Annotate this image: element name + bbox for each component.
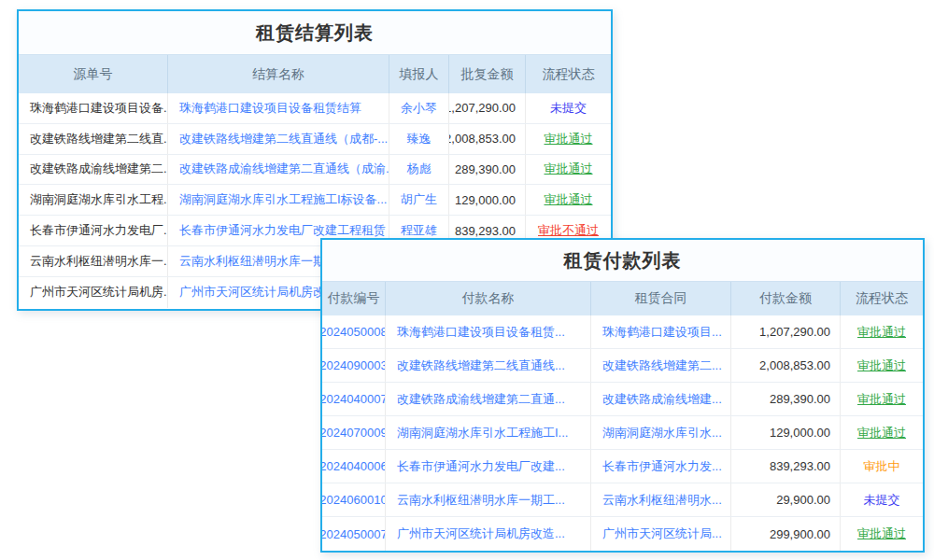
table-row: 2024040006 长春市伊通河水力发电厂改建... 长春市伊通河水力发...… xyxy=(322,450,923,483)
lease-contract-link[interactable]: 珠海鹤港口建设项目... xyxy=(591,315,731,348)
table-row: 湖南洞庭湖水库引水工程... 湖南洞庭湖水库引水工程施工I标设备... 胡广生 … xyxy=(19,185,611,216)
source-no-cell: 长春市伊通河水力发电厂... xyxy=(19,216,168,245)
column-header-payment-name: 付款名称 xyxy=(386,282,591,315)
settlement-table-title: 租赁结算列表 xyxy=(19,11,611,54)
lease-contract-link[interactable]: 长春市伊通河水力发... xyxy=(591,450,731,483)
payment-amount-cell: 2,008,853.00 xyxy=(731,349,841,382)
table-row: 2024070009 湖南洞庭湖水库引水工程施工I... 湖南洞庭湖水库引水..… xyxy=(322,416,923,450)
column-header-payment-amount: 付款金额 xyxy=(731,282,841,315)
payment-no-link[interactable]: 2024040006 xyxy=(322,450,386,483)
status-badge[interactable]: 审批通过 xyxy=(526,124,611,154)
payment-no-link[interactable]: 2024040007 xyxy=(322,383,386,415)
source-no-cell: 珠海鹤港口建设项目设备... xyxy=(19,93,168,123)
payment-no-link[interactable]: 2024050007 xyxy=(322,517,386,551)
payment-name-link[interactable]: 广州市天河区统计局机房改造... xyxy=(386,517,591,551)
payment-no-link[interactable]: 2024060010 xyxy=(322,483,386,516)
column-header-flow-status: 流程状态 xyxy=(526,55,611,93)
settlement-name-link[interactable]: 珠海鹤港口建设项目设备租赁结算 xyxy=(168,93,389,123)
source-no-cell: 改建铁路线增建第二线直... xyxy=(19,124,168,154)
settlement-name-link[interactable]: 改建铁路线增建第二线直通线（成都-... xyxy=(168,124,389,154)
table-row: 2024090003 改建铁路线增建第二线直通线... 改建铁路线增建第二...… xyxy=(322,349,923,383)
payment-name-link[interactable]: 湖南洞庭湖水库引水工程施工I... xyxy=(386,416,591,449)
lease-contract-link[interactable]: 广州市天河区统计局... xyxy=(591,517,731,551)
approved-amount-cell: 129,000.00 xyxy=(449,185,526,215)
payment-name-link[interactable]: 改建铁路线增建第二线直通线... xyxy=(386,349,591,382)
column-header-approved-amount: 批复金额 xyxy=(449,55,526,93)
status-badge[interactable]: 审批通过 xyxy=(841,517,923,551)
payment-amount-cell: 839,293.00 xyxy=(731,450,841,483)
payment-no-link[interactable]: 2024070009 xyxy=(322,416,386,449)
source-no-cell: 云南水利枢纽潜明水库一... xyxy=(19,246,168,276)
payment-amount-cell: 299,900.00 xyxy=(731,517,841,551)
payment-no-link[interactable]: 2024090003 xyxy=(322,349,386,382)
payment-amount-cell: 1,207,290.00 xyxy=(731,315,841,348)
table-row: 2024050008 珠海鹤港口建设项目设备租赁... 珠海鹤港口建设项目...… xyxy=(322,315,923,349)
settlement-name-link[interactable]: 改建铁路成渝线增建第二直通线（成渝... xyxy=(168,155,389,185)
status-badge[interactable]: 审批通过 xyxy=(526,185,611,215)
approved-amount-cell: 2,008,853.00 xyxy=(449,124,526,154)
table-row: 2024040007 改建铁路成渝线增建第二直通... 改建铁路成渝线增建...… xyxy=(322,383,923,416)
column-header-settlement-name: 结算名称 xyxy=(168,55,389,93)
column-header-source-no: 源单号 xyxy=(19,55,168,93)
status-badge[interactable]: 审批通过 xyxy=(841,383,923,415)
column-header-lease-contract: 租赁合同 xyxy=(591,282,731,315)
payment-table-title: 租赁付款列表 xyxy=(322,240,923,281)
payment-name-link[interactable]: 长春市伊通河水力发电厂改建... xyxy=(386,450,591,483)
table-row: 珠海鹤港口建设项目设备... 珠海鹤港口建设项目设备租赁结算 余小琴 1,207… xyxy=(19,93,611,124)
payment-name-link[interactable]: 改建铁路成渝线增建第二直通... xyxy=(386,383,591,415)
source-no-cell: 改建铁路成渝线增建第二... xyxy=(19,155,168,185)
status-badge: 审批中 xyxy=(841,450,923,483)
payment-no-link[interactable]: 2024050008 xyxy=(322,315,386,348)
source-no-cell: 广州市天河区统计局机房... xyxy=(19,277,168,308)
table-row: 改建铁路线增建第二线直... 改建铁路线增建第二线直通线（成都-... 臻逸 2… xyxy=(19,124,611,155)
payment-amount-cell: 289,390.00 xyxy=(731,383,841,415)
settlement-table-header-row: 源单号 结算名称 填报人 批复金额 流程状态 xyxy=(19,54,611,93)
payment-name-link[interactable]: 珠海鹤港口建设项目设备租赁... xyxy=(386,315,591,348)
table-row: 2024060010 云南水利枢纽潜明水库一期工... 云南水利枢纽潜明水...… xyxy=(322,483,923,517)
payment-name-link[interactable]: 云南水利枢纽潜明水库一期工... xyxy=(386,483,591,516)
filler-link[interactable]: 余小琴 xyxy=(389,93,449,123)
column-header-payment-no: 付款编号 xyxy=(322,282,386,315)
lease-contract-link[interactable]: 云南水利枢纽潜明水... xyxy=(591,483,731,516)
status-badge[interactable]: 审批通过 xyxy=(841,349,923,382)
status-badge: 未提交 xyxy=(526,93,611,123)
approved-amount-cell: 1,207,290.00 xyxy=(449,93,526,123)
payment-table-body: 2024050008 珠海鹤港口建设项目设备租赁... 珠海鹤港口建设项目...… xyxy=(322,315,923,551)
status-badge[interactable]: 审批通过 xyxy=(841,416,923,449)
lease-contract-link[interactable]: 改建铁路线增建第二... xyxy=(591,349,731,382)
table-row: 2024050007 广州市天河区统计局机房改造... 广州市天河区统计局...… xyxy=(322,517,923,551)
payment-amount-cell: 29,900.00 xyxy=(731,483,841,516)
filler-link[interactable]: 杨彪 xyxy=(389,155,449,185)
lease-contract-link[interactable]: 改建铁路成渝线增建... xyxy=(591,383,731,415)
status-badge[interactable]: 审批通过 xyxy=(526,155,611,185)
filler-link[interactable]: 臻逸 xyxy=(389,124,449,154)
source-no-cell: 湖南洞庭湖水库引水工程... xyxy=(19,185,168,215)
status-badge[interactable]: 审批通过 xyxy=(841,315,923,348)
payment-table-header-row: 付款编号 付款名称 租赁合同 付款金额 流程状态 xyxy=(322,281,923,315)
filler-link[interactable]: 胡广生 xyxy=(389,185,449,215)
payment-amount-cell: 129,000.00 xyxy=(731,416,841,449)
column-header-flow-status: 流程状态 xyxy=(841,282,923,315)
status-badge: 未提交 xyxy=(841,483,923,516)
approved-amount-cell: 289,390.00 xyxy=(449,155,526,185)
column-header-filler: 填报人 xyxy=(389,55,449,93)
table-row: 改建铁路成渝线增建第二... 改建铁路成渝线增建第二直通线（成渝... 杨彪 2… xyxy=(19,155,611,186)
settlement-name-link[interactable]: 湖南洞庭湖水库引水工程施工I标设备... xyxy=(168,185,389,215)
lease-contract-link[interactable]: 湖南洞庭湖水库引水... xyxy=(591,416,731,449)
payment-table-card: 租赁付款列表 付款编号 付款名称 租赁合同 付款金额 流程状态 20240500… xyxy=(320,238,925,553)
